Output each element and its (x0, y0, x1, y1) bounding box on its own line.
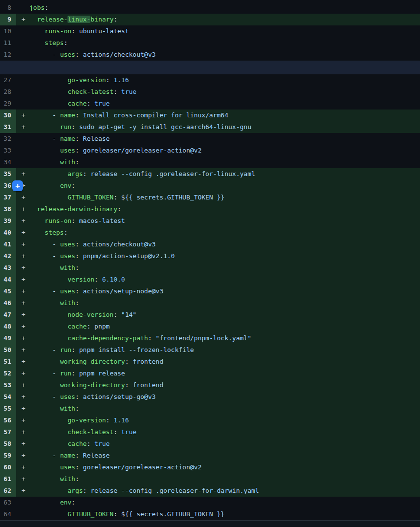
line-number[interactable]: 56 (0, 415, 16, 426)
line-number[interactable]: 47 (0, 309, 16, 321)
line-number[interactable]: 35 (0, 168, 16, 180)
code-line: - uses: actions/setup-node@v3 (29, 285, 420, 297)
diff-row-39: 39+ runs-on: macos-latest (0, 215, 420, 227)
diff-add-marker: + (16, 297, 29, 309)
line-number[interactable]: 38 (0, 203, 16, 215)
line-number[interactable]: 40 (0, 227, 16, 239)
line-number[interactable]: 11 (0, 37, 16, 49)
line-number[interactable]: 50 (0, 344, 16, 356)
line-number[interactable]: 63 (0, 497, 16, 508)
code-line: args: release --config .goreleaser-for-l… (29, 168, 420, 180)
line-number[interactable]: 51 (0, 356, 16, 368)
add-comment-button[interactable]: + (12, 180, 23, 191)
line-number[interactable]: 37 (0, 192, 16, 203)
code-line: - name: Install cross-compiler for linux… (29, 110, 420, 121)
diff-row-58: 58+ cache: true (0, 438, 420, 450)
line-number[interactable]: 28 (0, 86, 16, 98)
code-token: : (71, 123, 79, 131)
diff-row-53: 53+ working-directory: frontend (0, 379, 420, 391)
line-number[interactable]: 52 (0, 368, 16, 379)
line-number[interactable]: 27 (0, 74, 16, 86)
code-token: : (75, 405, 79, 412)
line-number[interactable]: 61 (0, 473, 16, 485)
line-number[interactable]: 29 (0, 98, 16, 110)
diff-row-35: 35+ args: release --config .goreleaser-f… (0, 168, 420, 180)
code-line: - run: pnpm release (29, 368, 420, 379)
line-number[interactable]: 62 (0, 485, 16, 497)
code-token: : (83, 170, 91, 177)
code-token: goreleaser/goreleaser-action@v2 (83, 463, 202, 471)
yaml-key: check-latest (67, 88, 113, 95)
code-line: runs-on: ubuntu-latest (29, 25, 420, 37)
line-number[interactable]: 9 (0, 14, 16, 25)
line-number[interactable]: 43 (0, 262, 16, 274)
diff-row-37: 37+ GITHUB_TOKEN: ${{ secrets.GITHUB_TOK… (0, 192, 420, 203)
line-number[interactable]: 33 (0, 145, 16, 156)
line-number[interactable]: 64 (0, 508, 16, 520)
code-token (29, 499, 60, 506)
diff-add-marker: + (16, 391, 29, 403)
code-token: ubuntu-latest (79, 27, 129, 35)
code-token: - (29, 252, 60, 260)
code-line: - run: pnpm install --frozen-lockfile (29, 344, 420, 356)
code-line: version: 6.10.0 (29, 274, 420, 285)
line-number[interactable]: 53 (0, 379, 16, 391)
diff-add-marker: + (16, 344, 29, 356)
code-token: pnpm (94, 323, 110, 330)
line-number[interactable]: 46 (0, 297, 16, 309)
code-token (29, 487, 67, 494)
code-token: - (29, 111, 60, 119)
line-number[interactable]: 34 (0, 156, 16, 168)
code-token (29, 205, 37, 213)
yaml-key: with (60, 158, 75, 166)
expand-hunk-band[interactable] (0, 61, 420, 74)
diff-row-44: 44+ version: 6.10.0 (0, 274, 420, 285)
code-token (29, 264, 60, 271)
line-number[interactable]: 8 (0, 2, 16, 14)
line-number[interactable]: 42 (0, 250, 16, 262)
line-number[interactable]: 30 (0, 110, 16, 121)
line-number[interactable]: 12 (0, 49, 16, 61)
line-number[interactable]: 41 (0, 239, 16, 250)
yaml-key: run (60, 370, 71, 377)
diff-add-marker: + (16, 203, 29, 215)
line-number[interactable]: 45 (0, 285, 16, 297)
line-number[interactable]: 57 (0, 426, 16, 438)
yaml-key: steps (44, 229, 64, 236)
diff-add-marker (16, 156, 29, 168)
line-number[interactable]: 32 (0, 133, 16, 145)
code-token (29, 27, 44, 35)
diff-row-54: 54+ - uses: actions/setup-go@v3 (0, 391, 420, 403)
diff-add-marker: + (16, 356, 29, 368)
diff-add-marker (16, 508, 29, 520)
line-number[interactable]: 49 (0, 332, 16, 344)
code-token (29, 299, 60, 307)
diff-row-41: 41+ - uses: actions/checkout@v3 (0, 239, 420, 250)
line-number[interactable]: 31 (0, 121, 16, 133)
line-number[interactable]: 59 (0, 450, 16, 461)
code-line: working-directory: frontend (29, 356, 420, 368)
code-token (29, 194, 67, 201)
yaml-key: working-directory (60, 358, 125, 365)
line-number[interactable]: 55 (0, 403, 16, 415)
diff-row-50: 50+ - run: pnpm install --frozen-lockfil… (0, 344, 420, 356)
line-number[interactable]: 39 (0, 215, 16, 227)
code-token: true (121, 428, 136, 436)
line-number[interactable]: 60 (0, 461, 16, 473)
line-number[interactable]: 54 (0, 391, 16, 403)
diff-add-marker: + (16, 379, 29, 391)
diff-add-marker: + (16, 309, 29, 321)
diff-add-marker (16, 497, 29, 508)
code-token: : (64, 39, 67, 46)
line-number[interactable]: 58 (0, 438, 16, 450)
line-number[interactable]: 10 (0, 25, 16, 37)
code-token: : (75, 147, 83, 154)
code-line: steps: (29, 227, 420, 239)
diff-row-42: 42+ - uses: pnpm/action-setup@v2.1.0 (0, 250, 420, 262)
line-number[interactable]: 44 (0, 274, 16, 285)
code-line: cache: true (29, 98, 420, 110)
diff-row-34: 34 with: (0, 156, 420, 168)
yaml-key: args (67, 487, 83, 494)
diff-row-29: 29 cache: true (0, 98, 420, 110)
line-number[interactable]: 48 (0, 321, 16, 332)
